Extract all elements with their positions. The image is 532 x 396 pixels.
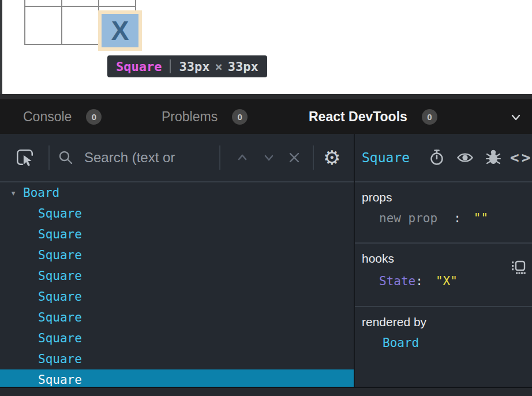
tab-label: Problems (162, 109, 218, 125)
tab-react-devtools[interactable]: React DevTools 0 (309, 99, 437, 134)
tree-row[interactable]: Square (0, 328, 354, 349)
bottom-strip (0, 387, 532, 396)
inspect-highlight-content: X (102, 14, 138, 47)
toolbar-divider (313, 145, 314, 170)
tree-row[interactable]: Square (0, 245, 354, 266)
tooltip-divider (170, 59, 171, 73)
rendered-by-section: rendered by Board (355, 315, 532, 350)
component-tree: ▾ Board Square Square Square Square Squa… (0, 182, 354, 387)
grid-cell[interactable] (62, 0, 99, 7)
state-hook-key: State (379, 274, 415, 288)
tooltip-width: 33px (179, 59, 209, 74)
tree-row-label: Square (38, 352, 82, 366)
prop-colon: : (454, 211, 461, 225)
twisty-expanded-icon[interactable]: ▾ (10, 187, 23, 199)
tab-label: Console (23, 109, 72, 125)
tooltip-times: × (215, 59, 222, 74)
settings-button[interactable]: ⚙ (323, 134, 340, 181)
inspect-highlight-padding: X (98, 10, 142, 51)
inspect-tooltip: Square 33px × 33px (107, 55, 267, 77)
tree-row[interactable]: Square (0, 369, 354, 387)
tree-row-label: Square (38, 269, 82, 283)
new-prop-field[interactable]: new prop (379, 211, 437, 225)
grid-cell[interactable] (25, 0, 62, 7)
chip-icon[interactable] (510, 260, 526, 275)
clear-search-button[interactable] (286, 134, 302, 181)
drawer-tab-bar: Console 0 Problems 0 React DevTools 0 (0, 99, 532, 134)
tree-row[interactable]: Square (0, 349, 354, 369)
tree-row-label: Square (38, 290, 82, 304)
search-input[interactable] (84, 150, 216, 166)
tree-row-label: Square (38, 227, 82, 241)
renderer-link[interactable]: Board (355, 336, 532, 350)
props-section: props new prop : "" (355, 190, 532, 244)
previous-result-button[interactable] (234, 134, 250, 181)
rendered-by-title: rendered by (362, 315, 532, 329)
square-cell-value: X (111, 17, 129, 44)
tooltip-component-name: Square (116, 59, 162, 74)
tree-row-label: Square (38, 331, 82, 345)
react-devtools-panel: ⚙ Square (0, 134, 532, 387)
toolbar-divider (48, 145, 50, 170)
grid-cell[interactable] (62, 7, 99, 45)
tab-badge: 0 (232, 109, 248, 125)
devtools-screen: X Square 33px × 33px Console 0 Problems … (0, 0, 532, 396)
next-result-button[interactable] (261, 134, 277, 181)
tree-row-label: Square (38, 311, 82, 324)
tree-row-label: Square (38, 373, 82, 387)
toolbar-divider (219, 145, 220, 170)
tree-row-label: Square (38, 207, 82, 221)
stopwatch-icon[interactable] (428, 134, 445, 181)
tree-row[interactable]: Square (0, 307, 354, 328)
tree-row-label: Board (23, 186, 59, 200)
hooks-section-title: hooks (362, 252, 532, 266)
grid-cell[interactable] (25, 7, 62, 45)
tree-row[interactable]: Square (0, 224, 354, 245)
page-devtools-separator (0, 94, 532, 99)
tree-row[interactable]: Square (0, 203, 354, 224)
tree-row[interactable]: Square (0, 286, 354, 307)
selected-component-name: Square (362, 134, 410, 181)
tab-badge: 0 (422, 109, 437, 125)
bug-icon[interactable] (485, 134, 502, 181)
code-brackets-icon[interactable]: <> (510, 134, 532, 181)
state-hook-value[interactable]: "X" (436, 274, 458, 288)
page-area: X Square 33px × 33px (0, 0, 532, 94)
inspect-element-button[interactable] (15, 134, 35, 181)
component-inspector: props new prop : "" hooks (355, 182, 532, 387)
page-left-edge (0, 0, 2, 94)
tab-badge: 0 (86, 109, 102, 125)
tab-label: React DevTools (309, 109, 407, 125)
eye-icon[interactable] (456, 134, 474, 181)
tree-row[interactable]: ▾ Board (0, 182, 354, 203)
tab-console[interactable]: Console 0 (23, 99, 102, 134)
chevron-down-icon[interactable] (508, 109, 524, 125)
props-section-title: props (362, 190, 532, 204)
new-prop-value[interactable]: "" (474, 211, 488, 225)
gear-icon: ⚙ (323, 148, 340, 167)
hook-colon: : (415, 274, 423, 288)
tree-row[interactable]: Square (0, 266, 354, 286)
tree-row-label: Square (38, 248, 82, 262)
tooltip-height: 33px (228, 59, 258, 74)
hooks-section: hooks State : "X" (355, 252, 532, 307)
grid-cell[interactable] (99, 0, 136, 7)
tab-problems[interactable]: Problems 0 (162, 99, 248, 134)
devtools-toolbar: ⚙ Square (0, 134, 532, 182)
search-icon (58, 134, 74, 181)
